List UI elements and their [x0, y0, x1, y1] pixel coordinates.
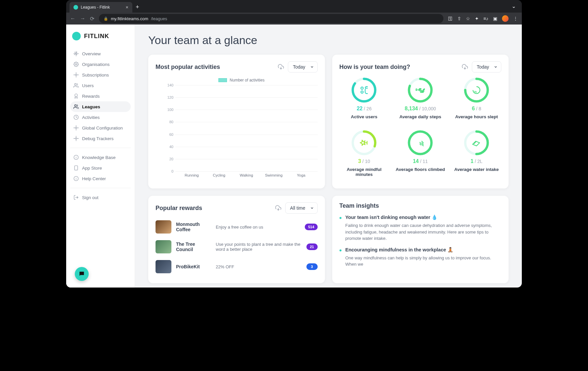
- insight-title: Encouranging mindfulness in the workplac…: [345, 247, 502, 253]
- signout-icon: [73, 195, 79, 200]
- stat-ring: [464, 77, 489, 103]
- chart-y-tick: 20: [165, 157, 173, 161]
- reload-icon[interactable]: ⟳: [90, 16, 94, 22]
- sidebar-divider: [70, 188, 131, 188]
- reward-row[interactable]: The Tree Council Use your points to plan…: [156, 237, 318, 257]
- back-icon[interactable]: ←: [70, 16, 75, 22]
- main-content: Your team at a glance Most popular activ…: [135, 25, 522, 288]
- reward-row[interactable]: Monmouth Coffee Enjoy a free coffee on u…: [156, 217, 318, 237]
- period-select[interactable]: All time: [285, 202, 318, 214]
- browser-tab[interactable]: Leagues - Fitlink ×: [69, 2, 132, 13]
- address-bar[interactable]: 🔒 my.fitlinkteams.com/leagues: [99, 14, 443, 23]
- stat-item: 22 / 26 Active users: [339, 77, 389, 119]
- tabs-overflow-icon[interactable]: ⌄: [506, 0, 522, 13]
- chart-x-label: Running: [179, 173, 204, 177]
- stat-ring: [407, 130, 433, 156]
- chat-icon: [78, 271, 85, 277]
- help-center-icon: [73, 176, 79, 181]
- global-configuration-icon: [73, 125, 79, 131]
- sidebar-item-overview[interactable]: Overview: [70, 48, 131, 59]
- reward-row[interactable]: ProBikeKit 22% OFF 3: [156, 257, 318, 277]
- logo[interactable]: FITLINK: [70, 30, 131, 48]
- chart-y-tick: 80: [165, 120, 173, 124]
- sidebar-item-subscriptions[interactable]: Subscriptions: [70, 70, 131, 80]
- new-tab-button[interactable]: +: [132, 2, 143, 13]
- browser-toolbar: ← → ⟳ 🔒 my.fitlinkteams.com/leagues ⚿ ⇧ …: [66, 13, 522, 25]
- download-icon[interactable]: [462, 64, 468, 70]
- chart-y-tick: 120: [165, 95, 173, 99]
- sidebar-item-activities[interactable]: Activities: [70, 112, 131, 123]
- sidebar-item-leagues[interactable]: Leagues: [70, 101, 131, 112]
- stat-item: 6 / 8 Average hours slept: [452, 77, 501, 119]
- browser-tab-strip: Leagues - Fitlink × + ⌄: [66, 0, 522, 13]
- card-title: Popular rewards: [156, 205, 202, 212]
- stat-label: Average water intake: [454, 167, 499, 172]
- chart-bars: [178, 85, 315, 171]
- logo-text: FITLINK: [84, 33, 109, 40]
- panel-icon[interactable]: ▣: [493, 16, 497, 21]
- sidebar-item-organisations[interactable]: Organisations: [70, 59, 131, 70]
- sidebar-item-users[interactable]: Users: [70, 80, 131, 91]
- chart-x-label: Walking: [234, 173, 259, 177]
- reward-desc: Use your points to plant a tree and make…: [214, 242, 302, 252]
- sidebar-item-label: Overview: [82, 51, 101, 56]
- share-icon[interactable]: ⇧: [457, 16, 461, 21]
- profile-avatar[interactable]: [502, 15, 509, 22]
- download-icon[interactable]: [278, 64, 284, 70]
- media-icon[interactable]: ≡♪: [483, 16, 488, 21]
- app-store-icon: [73, 165, 79, 171]
- svg-point-5: [74, 105, 76, 106]
- sidebar: FITLINK OverviewOrganisationsSubscriptio…: [66, 25, 135, 288]
- period-select[interactable]: Today: [472, 61, 501, 73]
- stat-ring: [464, 130, 489, 156]
- stat-icon: [407, 130, 433, 156]
- close-icon[interactable]: ×: [126, 5, 128, 10]
- url-host: my.fitlinkteams.com: [111, 16, 148, 21]
- bookmark-icon[interactable]: ☆: [466, 16, 470, 21]
- reward-image: [156, 240, 171, 253]
- period-value: Today: [293, 64, 305, 70]
- forward-icon[interactable]: →: [80, 16, 85, 22]
- legend-label: Number of activities: [230, 78, 264, 82]
- period-select[interactable]: Today: [288, 61, 317, 73]
- stat-label: Average hours slept: [455, 114, 498, 119]
- sidebar-item-knowledge-base[interactable]: Knowledge Base: [70, 152, 131, 163]
- sidebar-signout[interactable]: Sign out: [70, 192, 131, 203]
- svg-point-4: [75, 94, 77, 96]
- chevron-down-icon: [310, 65, 314, 69]
- chevron-down-icon: [310, 206, 314, 210]
- extensions-icon[interactable]: ✦: [475, 16, 479, 21]
- menu-icon[interactable]: ⋮: [513, 16, 518, 21]
- stat-ring: [351, 77, 377, 103]
- page-title: Your team at a glance: [148, 34, 509, 47]
- chart-gridline: [175, 171, 318, 172]
- svg-point-7: [75, 127, 77, 129]
- download-icon[interactable]: [275, 205, 281, 211]
- chart-y-tick: 40: [165, 145, 173, 149]
- stat-value: 22 / 26: [357, 106, 372, 112]
- sidebar-item-debug-trackers[interactable]: Debug Trackers: [70, 133, 131, 144]
- sidebar-item-global-configuration[interactable]: Global Configuration: [70, 123, 131, 133]
- card-title: How is your team doing?: [339, 64, 410, 71]
- sidebar-item-rewards[interactable]: Rewards: [70, 91, 131, 101]
- insight-item: Your team isn't dinking enough water 💧 F…: [339, 215, 502, 242]
- tab-title: Leagues - Fitlink: [81, 5, 110, 10]
- stat-icon: [464, 130, 489, 156]
- stat-item: 14 / 11 Average floors climbed: [395, 130, 445, 177]
- reward-desc: Enjoy a free coffee on us: [214, 225, 300, 230]
- stat-ring: [351, 130, 377, 156]
- stat-icon: [464, 77, 489, 103]
- reward-count-badge: 21: [306, 243, 318, 250]
- key-icon[interactable]: ⚿: [448, 16, 453, 21]
- chat-fab[interactable]: [75, 267, 89, 281]
- sidebar-divider: [70, 148, 131, 148]
- knowledge-base-icon: [73, 155, 79, 160]
- chart-y-tick: 60: [165, 132, 173, 136]
- leagues-icon: [73, 104, 79, 109]
- sidebar-item-label: Leagues: [82, 104, 100, 109]
- insight-body: Failing to drink enough water can cause …: [345, 222, 502, 242]
- sidebar-item-app-store[interactable]: App Store: [70, 163, 131, 173]
- sidebar-item-label: Subscriptions: [82, 73, 109, 78]
- overview-icon: [73, 51, 79, 56]
- sidebar-item-help-center[interactable]: Help Center: [70, 173, 131, 184]
